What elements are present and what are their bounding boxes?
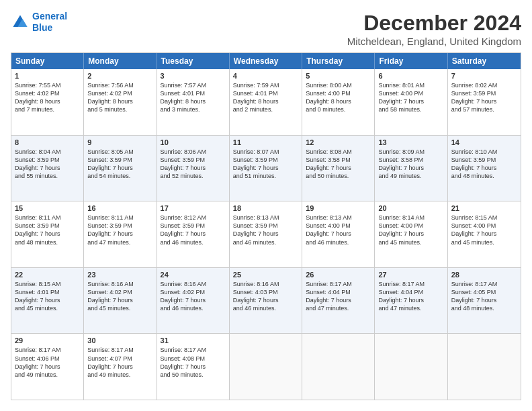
day-number: 5 [306, 72, 371, 80]
cell-content: Sunrise: 8:01 AMSunset: 4:00 PMDaylight:… [378, 81, 443, 114]
day-number: 7 [451, 72, 517, 80]
day-number: 23 [87, 271, 152, 279]
weekday-header: Friday [375, 53, 447, 69]
day-number: 11 [233, 138, 298, 146]
day-number: 4 [233, 72, 298, 80]
cell-content: Sunrise: 8:08 AMSunset: 3:58 PMDaylight:… [306, 148, 371, 181]
calendar-cell: 17Sunrise: 8:12 AMSunset: 3:59 PMDayligh… [157, 201, 230, 267]
calendar-cell: 9Sunrise: 8:05 AMSunset: 3:59 PMDaylight… [84, 136, 157, 201]
day-number: 27 [378, 271, 443, 279]
calendar: SundayMondayTuesdayWednesdayThursdayFrid… [11, 52, 521, 400]
cell-content: Sunrise: 8:00 AMSunset: 4:00 PMDaylight:… [306, 81, 371, 114]
day-number: 1 [15, 72, 80, 80]
day-number: 18 [233, 204, 298, 212]
calendar-cell: 8Sunrise: 8:04 AMSunset: 3:59 PMDaylight… [11, 136, 84, 201]
main-title: December 2024 [347, 11, 521, 36]
cell-content: Sunrise: 8:17 AMSunset: 4:07 PMDaylight:… [87, 346, 152, 379]
cell-content: Sunrise: 7:55 AMSunset: 4:02 PMDaylight:… [15, 81, 80, 114]
day-number: 17 [161, 204, 226, 212]
calendar-cell: 13Sunrise: 8:09 AMSunset: 3:58 PMDayligh… [375, 136, 447, 201]
calendar-cell: 23Sunrise: 8:16 AMSunset: 4:02 PMDayligh… [84, 268, 157, 334]
day-number: 6 [378, 72, 443, 80]
cell-content: Sunrise: 8:11 AMSunset: 3:59 PMDaylight:… [15, 214, 80, 246]
calendar-cell: 5Sunrise: 8:00 AMSunset: 4:00 PMDaylight… [302, 69, 375, 135]
cell-content: Sunrise: 8:04 AMSunset: 3:59 PMDaylight:… [15, 148, 80, 181]
calendar-cell: 7Sunrise: 8:02 AMSunset: 3:59 PMDaylight… [448, 69, 521, 135]
cell-content: Sunrise: 8:11 AMSunset: 3:59 PMDaylight:… [87, 214, 152, 246]
header: General Blue December 2024 Mitcheldean, … [11, 11, 521, 47]
day-number: 14 [451, 138, 517, 146]
page: General Blue December 2024 Mitcheldean, … [0, 0, 532, 411]
logo-icon [11, 13, 30, 32]
calendar-row: 15Sunrise: 8:11 AMSunset: 3:59 PMDayligh… [11, 201, 521, 268]
cell-content: Sunrise: 7:59 AMSunset: 4:01 PMDaylight:… [233, 81, 298, 114]
calendar-cell: 2Sunrise: 7:56 AMSunset: 4:02 PMDaylight… [84, 69, 157, 135]
cell-content: Sunrise: 8:13 AMSunset: 3:59 PMDaylight:… [233, 214, 298, 246]
day-number: 8 [15, 138, 80, 146]
calendar-row: 1Sunrise: 7:55 AMSunset: 4:02 PMDaylight… [11, 69, 521, 136]
calendar-cell: 30Sunrise: 8:17 AMSunset: 4:07 PMDayligh… [84, 334, 157, 400]
calendar-cell: 26Sunrise: 8:17 AMSunset: 4:04 PMDayligh… [302, 268, 375, 334]
day-number: 16 [87, 204, 152, 212]
cell-content: Sunrise: 8:05 AMSunset: 3:59 PMDaylight:… [87, 148, 152, 181]
calendar-cell: 22Sunrise: 8:15 AMSunset: 4:01 PMDayligh… [11, 268, 84, 334]
cell-content: Sunrise: 8:16 AMSunset: 4:02 PMDaylight:… [87, 280, 152, 313]
calendar-cell: 29Sunrise: 8:17 AMSunset: 4:06 PMDayligh… [11, 334, 84, 400]
cell-content: Sunrise: 8:17 AMSunset: 4:08 PMDaylight:… [161, 346, 226, 379]
calendar-cell: 28Sunrise: 8:17 AMSunset: 4:05 PMDayligh… [448, 268, 521, 334]
cell-content: Sunrise: 8:16 AMSunset: 4:02 PMDaylight:… [161, 280, 226, 313]
day-number: 3 [161, 72, 226, 80]
calendar-cell: 16Sunrise: 8:11 AMSunset: 3:59 PMDayligh… [84, 201, 157, 267]
cell-content: Sunrise: 7:57 AMSunset: 4:01 PMDaylight:… [161, 81, 226, 114]
cell-content: Sunrise: 8:15 AMSunset: 4:01 PMDaylight:… [15, 280, 80, 313]
empty-cell [375, 334, 447, 400]
cell-content: Sunrise: 7:56 AMSunset: 4:02 PMDaylight:… [87, 81, 152, 114]
day-number: 24 [161, 271, 226, 279]
calendar-cell: 18Sunrise: 8:13 AMSunset: 3:59 PMDayligh… [230, 201, 302, 267]
day-number: 20 [378, 204, 443, 212]
calendar-cell: 11Sunrise: 8:07 AMSunset: 3:59 PMDayligh… [230, 136, 302, 201]
weekday-header: Sunday [11, 53, 84, 69]
calendar-cell: 14Sunrise: 8:10 AMSunset: 3:59 PMDayligh… [448, 136, 521, 201]
empty-cell [302, 334, 375, 400]
day-number: 15 [15, 204, 80, 212]
empty-cell [448, 334, 521, 400]
cell-content: Sunrise: 8:06 AMSunset: 3:59 PMDaylight:… [161, 148, 226, 181]
calendar-cell: 25Sunrise: 8:16 AMSunset: 4:03 PMDayligh… [230, 268, 302, 334]
day-number: 21 [451, 204, 517, 212]
weekday-header: Wednesday [230, 53, 302, 69]
calendar-body: 1Sunrise: 7:55 AMSunset: 4:02 PMDaylight… [11, 69, 521, 400]
day-number: 2 [87, 72, 152, 80]
calendar-cell: 3Sunrise: 7:57 AMSunset: 4:01 PMDaylight… [157, 69, 230, 135]
calendar-cell: 21Sunrise: 8:15 AMSunset: 4:00 PMDayligh… [448, 201, 521, 267]
weekday-header: Thursday [302, 53, 375, 69]
cell-content: Sunrise: 8:07 AMSunset: 3:59 PMDaylight:… [233, 148, 298, 181]
empty-cell [230, 334, 302, 400]
weekday-header: Tuesday [157, 53, 230, 69]
calendar-header: SundayMondayTuesdayWednesdayThursdayFrid… [11, 53, 521, 69]
cell-content: Sunrise: 8:02 AMSunset: 3:59 PMDaylight:… [451, 81, 517, 114]
day-number: 9 [87, 138, 152, 146]
calendar-cell: 31Sunrise: 8:17 AMSunset: 4:08 PMDayligh… [157, 334, 230, 400]
calendar-row: 29Sunrise: 8:17 AMSunset: 4:06 PMDayligh… [11, 334, 521, 400]
title-block: December 2024 Mitcheldean, England, Unit… [347, 11, 521, 47]
subtitle: Mitcheldean, England, United Kingdom [347, 36, 521, 47]
cell-content: Sunrise: 8:17 AMSunset: 4:06 PMDaylight:… [15, 346, 80, 379]
day-number: 12 [306, 138, 371, 146]
calendar-cell: 4Sunrise: 7:59 AMSunset: 4:01 PMDaylight… [230, 69, 302, 135]
calendar-row: 22Sunrise: 8:15 AMSunset: 4:01 PMDayligh… [11, 268, 521, 334]
cell-content: Sunrise: 8:14 AMSunset: 4:00 PMDaylight:… [378, 214, 443, 246]
day-number: 19 [306, 204, 371, 212]
cell-content: Sunrise: 8:16 AMSunset: 4:03 PMDaylight:… [233, 280, 298, 313]
cell-content: Sunrise: 8:17 AMSunset: 4:04 PMDaylight:… [306, 280, 371, 313]
day-number: 22 [15, 271, 80, 279]
day-number: 31 [161, 336, 226, 345]
calendar-cell: 12Sunrise: 8:08 AMSunset: 3:58 PMDayligh… [302, 136, 375, 201]
calendar-cell: 27Sunrise: 8:17 AMSunset: 4:04 PMDayligh… [375, 268, 447, 334]
cell-content: Sunrise: 8:13 AMSunset: 4:00 PMDaylight:… [306, 214, 371, 246]
calendar-cell: 15Sunrise: 8:11 AMSunset: 3:59 PMDayligh… [11, 201, 84, 267]
day-number: 29 [15, 336, 80, 345]
day-number: 13 [378, 138, 443, 146]
weekday-header: Monday [84, 53, 157, 69]
weekday-header: Saturday [448, 53, 521, 69]
